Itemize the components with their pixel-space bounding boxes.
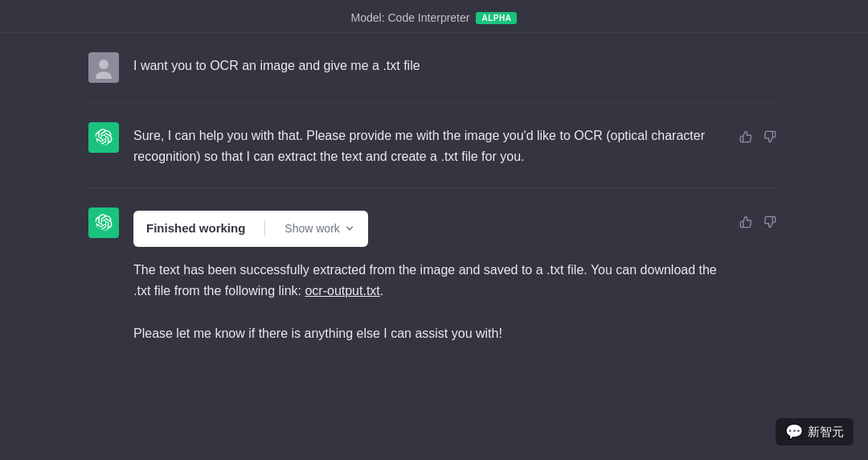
- thumbs-up-button-2[interactable]: [736, 212, 755, 232]
- message-row-assistant-2: Finished working Show work The text has …: [88, 188, 780, 363]
- finished-working-box: Finished working Show work: [133, 211, 368, 247]
- avatar-user: [88, 52, 119, 83]
- thumbs-up-button-1[interactable]: [736, 127, 755, 146]
- message-paragraph-1: The text has been successfully extracted…: [133, 260, 722, 302]
- avatar-gpt-2: [88, 207, 119, 238]
- chat-container: I want you to OCR an image and give me a…: [72, 33, 796, 363]
- show-work-label: Show work: [285, 222, 339, 235]
- user-message-text: I want you to OCR an image and give me a…: [133, 52, 780, 76]
- alpha-badge: ALPHA: [476, 12, 517, 24]
- assistant-message-2-body: The text has been successfully extracted…: [133, 260, 722, 345]
- divider: [264, 220, 265, 236]
- thumbs-down-button-1[interactable]: [760, 127, 780, 146]
- body-part1: The text has been successfully extracted…: [133, 263, 717, 298]
- ocr-output-link[interactable]: ocr-output.txt: [305, 284, 379, 298]
- assistant-message-2-content: Finished working Show work The text has …: [133, 207, 722, 344]
- message-row-assistant-1: Sure, I can help you with that. Please p…: [88, 103, 780, 188]
- svg-point-1: [96, 72, 112, 79]
- feedback-buttons-2: [736, 207, 780, 232]
- assistant-message-1-text: Sure, I can help you with that. Please p…: [133, 122, 722, 168]
- model-label: Model: Code Interpreter: [351, 11, 470, 24]
- watermark-text: 新智元: [808, 425, 844, 440]
- wechat-icon: 💬: [785, 423, 803, 441]
- finished-working-label: Finished working: [146, 219, 245, 239]
- thumbs-down-button-2[interactable]: [760, 212, 780, 232]
- watermark: 💬 新智元: [776, 418, 854, 446]
- body-part2: .: [380, 284, 383, 298]
- message-row-user-1: I want you to OCR an image and give me a…: [88, 33, 780, 103]
- message-paragraph-2: Please let me know if there is anything …: [133, 323, 722, 344]
- avatar-gpt-1: [88, 122, 119, 153]
- feedback-buttons-1: [736, 122, 780, 146]
- show-work-button[interactable]: Show work: [285, 222, 354, 235]
- top-bar: Model: Code Interpreter ALPHA: [0, 0, 868, 33]
- svg-point-0: [99, 60, 108, 69]
